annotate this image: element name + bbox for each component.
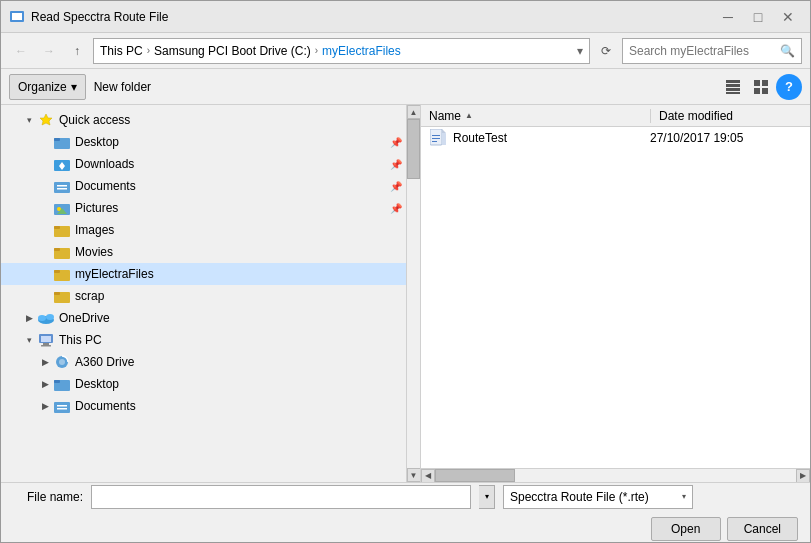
file-list[interactable]: RouteTest 27/10/2017 19:05 <box>421 127 810 468</box>
file-item-routetest[interactable]: RouteTest 27/10/2017 19:05 <box>421 127 810 149</box>
svg-marker-10 <box>40 114 52 125</box>
myelectrafiles-folder-icon <box>53 265 71 283</box>
sidebar-item-label: Pictures <box>75 201 118 215</box>
hscroll-thumb[interactable] <box>435 469 515 482</box>
onedrive-icon <box>37 309 55 327</box>
sidebar-item-onedrive[interactable]: ▶ OneDrive <box>1 307 406 329</box>
sidebar-item-quick-access[interactable]: ▾ Quick access <box>1 109 406 131</box>
pictures-folder-icon <box>53 199 71 217</box>
sidebar-item-pictures[interactable]: Pictures 📌 <box>1 197 406 219</box>
new-folder-button[interactable]: New folder <box>90 74 155 100</box>
toggle-icon[interactable]: ▶ <box>37 376 53 392</box>
hscroll-right-arrow[interactable]: ▶ <box>796 469 810 483</box>
hscroll-track[interactable] <box>435 469 796 482</box>
scroll-up-arrow[interactable]: ▲ <box>407 105 421 119</box>
svg-rect-39 <box>54 380 60 383</box>
svg-rect-46 <box>432 135 440 136</box>
footer-buttons-row: Open Cancel <box>13 515 798 541</box>
minimize-button[interactable]: ─ <box>714 3 742 31</box>
svg-point-30 <box>38 315 46 321</box>
pin-icon: 📌 <box>390 137 406 148</box>
close-button[interactable]: ✕ <box>774 3 802 31</box>
filename-input[interactable] <box>96 490 466 504</box>
filename-dropdown-button[interactable]: ▾ <box>479 485 495 509</box>
sidebar-item-desktop[interactable]: Desktop 📌 <box>1 131 406 153</box>
toggle-icon[interactable]: ▾ <box>21 332 37 348</box>
sort-arrow-icon: ▲ <box>465 111 473 120</box>
a360drive-icon <box>53 353 71 371</box>
sidebar-item-label: Desktop <box>75 135 119 149</box>
toggle-icon[interactable]: ▶ <box>37 398 53 414</box>
window-controls: ─ □ ✕ <box>714 3 802 31</box>
refresh-button[interactable]: ⟳ <box>594 39 618 63</box>
sidebar-item-label: Documents <box>75 179 136 193</box>
scrap-folder-icon <box>53 287 71 305</box>
svg-rect-2 <box>726 80 740 83</box>
cancel-button[interactable]: Cancel <box>727 517 798 541</box>
toggle-icon <box>37 134 53 150</box>
tree-scrollbar[interactable]: ▲ ▼ <box>406 105 420 482</box>
file-list-header[interactable]: Name ▲ Date modified <box>421 105 810 127</box>
back-button[interactable]: ← <box>9 39 33 63</box>
view-details-button[interactable] <box>720 74 746 100</box>
svg-rect-7 <box>762 80 768 86</box>
header-name-label: Name <box>429 109 461 123</box>
forward-button[interactable]: → <box>37 39 61 63</box>
sidebar-item-scrap[interactable]: scrap <box>1 285 406 307</box>
open-button[interactable]: Open <box>651 517 721 541</box>
sidebar-item-label: scrap <box>75 289 104 303</box>
sidebar-item-thispc[interactable]: ▾ This PC <box>1 329 406 351</box>
sidebar-item-documents[interactable]: Documents 📌 <box>1 175 406 197</box>
horizontal-scrollbar[interactable]: ◀ ▶ <box>421 468 810 482</box>
sidebar-item-label: Images <box>75 223 114 237</box>
svg-rect-15 <box>54 182 70 193</box>
sidebar-item-a360drive[interactable]: ▶ A360 Drive <box>1 351 406 373</box>
sidebar-item-label: Documents <box>75 399 136 413</box>
help-button[interactable]: ? <box>776 74 802 100</box>
svg-rect-45 <box>442 133 446 145</box>
view-buttons: ? <box>720 74 802 100</box>
sidebar-item-movies[interactable]: Movies <box>1 241 406 263</box>
sidebar-item-desktop2[interactable]: ▶ Desktop <box>1 373 406 395</box>
filename-row: File name: ▾ Specctra Route File (*.rte)… <box>13 485 798 509</box>
svg-rect-47 <box>432 138 440 139</box>
svg-marker-44 <box>442 129 446 133</box>
sidebar-item-documents2[interactable]: ▶ Documents <box>1 395 406 417</box>
organize-caret-icon: ▾ <box>71 80 77 94</box>
up-button[interactable]: ↑ <box>65 39 89 63</box>
search-icon[interactable]: 🔍 <box>780 44 795 58</box>
svg-rect-6 <box>754 80 760 86</box>
breadcrumb-dropdown-icon[interactable]: ▾ <box>577 44 583 58</box>
file-header-name[interactable]: Name ▲ <box>421 109 650 123</box>
dialog-window: Read Specctra Route File ─ □ ✕ ← → ↑ Thi… <box>0 0 811 543</box>
svg-rect-12 <box>54 138 60 141</box>
view-list-button[interactable] <box>748 74 774 100</box>
svg-point-37 <box>59 359 65 365</box>
breadcrumb-bar[interactable]: This PC › Samsung PCI Boot Drive (C:) › … <box>93 38 590 64</box>
sidebar-item-myelectrafiles[interactable]: myElectraFiles <box>1 263 406 285</box>
sidebar-item-images[interactable]: Images <box>1 219 406 241</box>
maximize-button[interactable]: □ <box>744 3 772 31</box>
scroll-down-arrow[interactable]: ▼ <box>407 468 421 482</box>
breadcrumb-current: myElectraFiles <box>322 44 401 58</box>
toggle-icon[interactable]: ▶ <box>21 310 37 326</box>
search-input[interactable] <box>629 44 780 58</box>
toggle-icon <box>37 244 53 260</box>
svg-rect-41 <box>57 405 67 407</box>
hscroll-left-arrow[interactable]: ◀ <box>421 469 435 483</box>
svg-rect-42 <box>57 408 67 410</box>
sidebar-item-downloads[interactable]: Downloads 📌 <box>1 153 406 175</box>
svg-rect-43 <box>430 129 442 145</box>
organize-button[interactable]: Organize ▾ <box>9 74 86 100</box>
action-bar: Organize ▾ New folder ? <box>1 69 810 105</box>
svg-rect-4 <box>726 88 740 91</box>
svg-rect-24 <box>54 248 60 251</box>
documents2-folder-icon <box>53 397 71 415</box>
scroll-track[interactable] <box>407 119 420 468</box>
scroll-thumb[interactable] <box>407 119 420 179</box>
tree-scroll-area[interactable]: ▾ Quick access Desktop 📌 <box>1 105 406 482</box>
toggle-icon[interactable]: ▶ <box>37 354 53 370</box>
filetype-select[interactable]: Specctra Route File (*.rte) ▾ <box>503 485 693 509</box>
toggle-icon[interactable]: ▾ <box>21 112 37 128</box>
file-header-date[interactable]: Date modified <box>650 109 810 123</box>
